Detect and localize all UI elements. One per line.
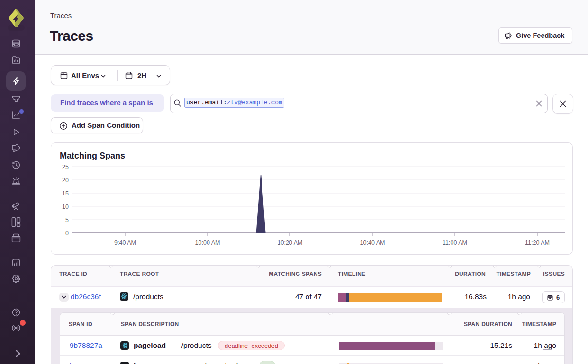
svg-text:10:00 AM: 10:00 AM bbox=[195, 240, 220, 246]
svg-text:5: 5 bbox=[65, 217, 69, 223]
svg-text:11:20 AM: 11:20 AM bbox=[525, 240, 550, 246]
svg-text:25: 25 bbox=[62, 164, 69, 170]
svg-text:10: 10 bbox=[62, 204, 69, 210]
svg-text:10:40 AM: 10:40 AM bbox=[360, 240, 385, 246]
svg-text:10:20 AM: 10:20 AM bbox=[278, 240, 303, 246]
svg-text:11:00 AM: 11:00 AM bbox=[443, 240, 467, 246]
svg-text:20: 20 bbox=[62, 177, 69, 184]
svg-text:9:40 AM: 9:40 AM bbox=[114, 240, 136, 246]
svg-text:0: 0 bbox=[65, 230, 69, 237]
svg-text:15: 15 bbox=[62, 190, 69, 197]
